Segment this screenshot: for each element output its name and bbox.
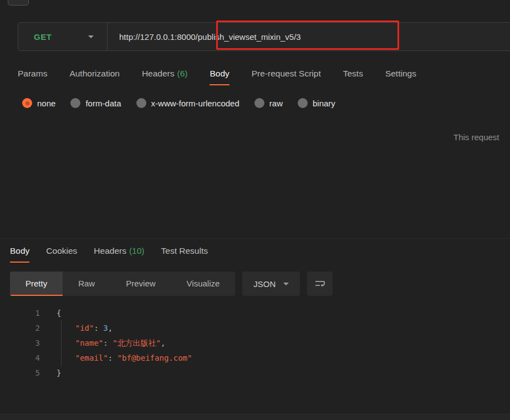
radio-icon <box>298 98 308 108</box>
tab-headers[interactable]: Headers(6) <box>142 63 188 85</box>
line-number: 4 <box>0 351 40 366</box>
line-number: 3 <box>0 336 40 351</box>
chevron-down-icon <box>283 283 289 285</box>
line-number: 1 <box>0 306 40 321</box>
view-mode-switcher: Pretty Raw Preview Visualize <box>10 272 235 296</box>
code-lines: 1{2 "id": 3,3 "name": "北方出版社",4 "email":… <box>0 306 510 381</box>
tab-pre-request-script[interactable]: Pre-request Script <box>252 63 321 85</box>
chevron-down-icon <box>88 35 94 38</box>
view-mode-raw[interactable]: Raw <box>63 272 110 296</box>
response-tab-headers[interactable]: Headers(10) <box>94 240 144 263</box>
request-tabs: Params Authorization Headers(6) Body Pre… <box>18 63 416 85</box>
radio-selected-icon <box>22 98 32 108</box>
headers-count-badge: (6) <box>177 69 187 78</box>
method-select[interactable]: GET <box>18 23 107 50</box>
radio-icon <box>254 98 264 108</box>
body-mode-group: none form-data x-www-form-urlencoded raw… <box>22 95 335 111</box>
response-tabs: Body Cookies Headers(10) Test Results <box>10 240 208 263</box>
response-headers-count-badge: (10) <box>129 246 145 255</box>
code-line: 4 "email": "bf@beifang.com" <box>0 351 510 366</box>
radio-form-data[interactable]: form-data <box>70 98 121 108</box>
tab-settings[interactable]: Settings <box>385 63 416 85</box>
radio-binary[interactable]: binary <box>298 98 335 108</box>
code-text: { <box>57 306 61 321</box>
response-body-viewer: 1{2 "id": 3,3 "name": "北方出版社",4 "email":… <box>0 306 510 381</box>
response-tab-body[interactable]: Body <box>10 240 29 263</box>
code-text: "name": "北方出版社", <box>57 336 165 351</box>
tab-body[interactable]: Body <box>210 63 229 85</box>
url-bar: GET <box>18 22 510 51</box>
code-text: } <box>57 366 61 381</box>
indent-guide <box>61 320 62 367</box>
code-text: "id": 3, <box>57 321 113 336</box>
format-select[interactable]: JSON <box>242 272 300 296</box>
tab-authorization[interactable]: Authorization <box>69 63 119 85</box>
code-line: 5} <box>0 366 510 381</box>
method-label: GET <box>34 32 52 42</box>
empty-body-hint: This request <box>453 132 499 142</box>
response-toolbar: Pretty Raw Preview Visualize JSON <box>10 272 333 296</box>
code-line: 3 "name": "北方出版社", <box>0 336 510 351</box>
window-tab-fragment <box>8 0 29 6</box>
code-line: 1{ <box>0 306 510 321</box>
radio-raw[interactable]: raw <box>254 98 283 108</box>
status-bar <box>0 412 510 420</box>
line-number: 2 <box>0 321 40 336</box>
view-mode-pretty[interactable]: Pretty <box>10 272 63 296</box>
tab-params[interactable]: Params <box>18 63 47 85</box>
view-mode-preview[interactable]: Preview <box>110 272 171 296</box>
line-number: 5 <box>0 366 40 381</box>
radio-x-www-form-urlencoded[interactable]: x-www-form-urlencoded <box>136 98 239 108</box>
wrap-text-button[interactable] <box>307 272 333 296</box>
url-input[interactable] <box>108 23 510 50</box>
code-line: 2 "id": 3, <box>0 321 510 336</box>
section-divider <box>0 238 510 239</box>
radio-icon <box>136 98 146 108</box>
response-tab-test-results[interactable]: Test Results <box>161 240 208 263</box>
tab-tests[interactable]: Tests <box>343 63 363 85</box>
view-mode-visualize[interactable]: Visualize <box>171 272 236 296</box>
radio-icon <box>70 98 80 108</box>
response-tab-cookies[interactable]: Cookies <box>46 240 77 263</box>
wrap-text-icon <box>314 279 325 288</box>
radio-none[interactable]: none <box>22 98 55 108</box>
code-text: "email": "bf@beifang.com" <box>57 351 192 366</box>
